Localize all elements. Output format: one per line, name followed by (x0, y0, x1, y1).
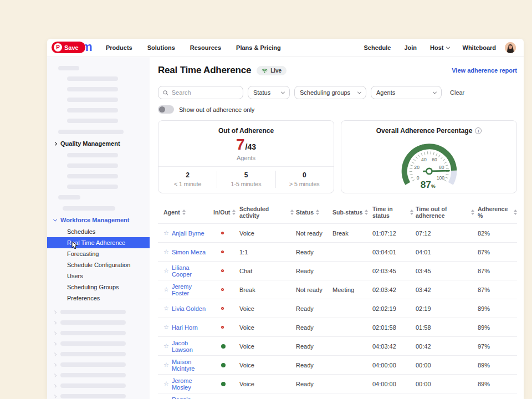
sidebar-item-forecasting[interactable]: Forecasting (47, 248, 150, 259)
clear-filters-button[interactable]: Clear (450, 89, 464, 96)
in-adherence-dot (221, 344, 226, 349)
agent-name-link[interactable]: Liliana Cooper (172, 264, 211, 278)
sidebar-item-schedules[interactable]: Schedules (47, 226, 150, 237)
column-header-status[interactable]: Status (294, 209, 330, 216)
nav-products[interactable]: Products (106, 44, 132, 51)
workforce-management-label: Workforce Management (60, 217, 130, 223)
skeleton-bar (60, 320, 126, 325)
skeleton-bar (58, 195, 80, 200)
chevron-down-icon (281, 90, 285, 94)
out-of-adherence-toggle[interactable] (158, 105, 174, 114)
chevron-right-icon (53, 384, 57, 387)
column-header-inout[interactable]: In/Out (211, 209, 237, 216)
star-icon[interactable]: ☆ (163, 267, 169, 274)
nav-schedule[interactable]: Schedule (364, 44, 391, 51)
chevron-down-icon (433, 90, 437, 94)
skeleton-bar (60, 341, 126, 346)
skeleton-bar (60, 362, 126, 367)
cell-status: Ready (294, 268, 330, 274)
in-adherence-dot (221, 363, 226, 367)
agent-name-link[interactable]: Jeremy Foster (172, 283, 211, 296)
agent-name-link[interactable]: Anjali Byrne (172, 230, 204, 237)
sort-icon (365, 209, 368, 215)
skeleton-bar (67, 98, 118, 102)
pinterest-save-label: Save (64, 44, 79, 51)
agent-name-link[interactable]: Hari Horn (172, 324, 198, 331)
agent-name-link[interactable]: Jerome Mosley (172, 377, 211, 391)
agent-name-link[interactable]: Simon Meza (172, 249, 206, 255)
agent-name-link[interactable]: Jacob Lawson (172, 340, 211, 353)
column-header-agent[interactable]: Agent (158, 209, 211, 216)
column-header-time-in-status[interactable]: Time in status (370, 206, 413, 219)
agent-name-link[interactable]: Maison Mcintyre (172, 359, 211, 372)
star-icon[interactable]: ☆ (163, 248, 169, 255)
star-icon[interactable]: ☆ (163, 361, 169, 369)
sidebar-item-schedule-configuration[interactable]: Schedule Configuration (47, 259, 150, 270)
svg-text:20: 20 (414, 165, 420, 170)
primary-nav: Products Solutions Resources Plans & Pri… (106, 44, 281, 51)
search-input[interactable] (172, 89, 238, 96)
star-icon[interactable]: ☆ (163, 229, 169, 237)
inout-cell (211, 382, 237, 386)
cell-status: Ready (294, 324, 330, 331)
bucket-label: > 5 minutes (275, 181, 334, 187)
sidebar-item-quality-management[interactable]: Quality Management (47, 134, 150, 147)
status-filter-dropdown[interactable]: Status (248, 86, 290, 99)
nav-whiteboard[interactable]: Whiteboard (463, 44, 497, 51)
table-row: ☆ Jacob Lawson Voice Ready 04:03:42 00:4… (158, 336, 517, 355)
skeleton-row (54, 394, 150, 398)
star-icon[interactable]: ☆ (163, 305, 169, 312)
chevron-right-icon (53, 321, 57, 324)
agents-filter-dropdown[interactable]: Agents (371, 86, 442, 99)
chevron-down-icon (53, 217, 57, 221)
live-badge: Live (257, 66, 287, 75)
skeleton-row (54, 383, 150, 388)
cell-time-in-status: 02:03:42 (370, 287, 413, 293)
toggle-knob (159, 106, 165, 112)
cell-status: Ready (294, 249, 330, 255)
cell-adherence: 89% (474, 362, 517, 369)
sidebar-item-users[interactable]: Users (47, 270, 150, 282)
chevron-right-icon (53, 374, 57, 377)
scheduling-groups-filter-dropdown[interactable]: Scheduling groups (294, 86, 366, 99)
table-row: ☆ Simon Meza 1:1 Ready 03:04:01 04:01 87… (158, 242, 517, 261)
column-header-time-out-of-adherence[interactable]: Time out of adherence (413, 206, 474, 219)
nav-solutions[interactable]: Solutions (147, 44, 175, 51)
info-icon[interactable]: i (475, 127, 482, 134)
bucket-over-5-minutes: 0 > 5 minutes (275, 167, 334, 193)
out-of-adherence-title: Out of Adherence (158, 127, 334, 135)
nav-resources[interactable]: Resources (190, 44, 221, 51)
sidebar-item-scheduling-groups[interactable]: Scheduling Groups (47, 282, 150, 293)
nav-plans-pricing[interactable]: Plans & Pricing (236, 44, 281, 51)
cell-scheduled-activity: Chat (237, 268, 294, 274)
user-avatar[interactable] (505, 42, 516, 53)
main-content: Real Time Adherence Live View adherence … (150, 57, 524, 399)
sidebar-item-workforce-management[interactable]: Workforce Management (47, 211, 150, 223)
live-signal-icon (262, 68, 268, 73)
column-header-adherence[interactable]: Adherence % (474, 206, 517, 219)
skeleton-bar (67, 119, 118, 123)
chevron-right-icon (53, 310, 57, 314)
star-icon[interactable]: ☆ (163, 324, 169, 331)
table-row: ☆ Reggie Pearson Voice Ready 03:30:00 00… (158, 393, 517, 399)
star-icon[interactable]: ☆ (163, 342, 169, 350)
column-header-sub-status[interactable]: Sub-status (330, 209, 370, 216)
adherence-table: Agent In/Out Scheduled activity Status S… (158, 201, 517, 399)
star-icon[interactable]: ☆ (163, 286, 169, 293)
column-header-scheduled-activity[interactable]: Scheduled activity (237, 206, 294, 219)
avatar-image (505, 42, 516, 53)
sidebar-item-preferences[interactable]: Preferences (47, 293, 150, 304)
column-label: Adherence % (478, 206, 511, 219)
table-row: ☆ Jeremy Foster Break Not ready Meeting … (158, 280, 517, 299)
skeleton-bar (67, 108, 118, 112)
sidebar-item-real-time-adherence[interactable]: Real Time Adherence (47, 237, 150, 248)
view-adherence-report-link[interactable]: View adherence report (452, 67, 517, 74)
pinterest-save-button[interactable]: P Save (52, 42, 85, 53)
star-icon[interactable]: ☆ (163, 380, 169, 387)
nav-join[interactable]: Join (404, 44, 417, 51)
cell-sub-status: Meeting (330, 287, 370, 293)
cell-status: Ready (294, 343, 330, 350)
nav-host[interactable]: Host (430, 44, 449, 51)
agent-name-link[interactable]: Reggie Pearson (172, 396, 211, 399)
agent-name-link[interactable]: Livia Golden (172, 305, 206, 312)
